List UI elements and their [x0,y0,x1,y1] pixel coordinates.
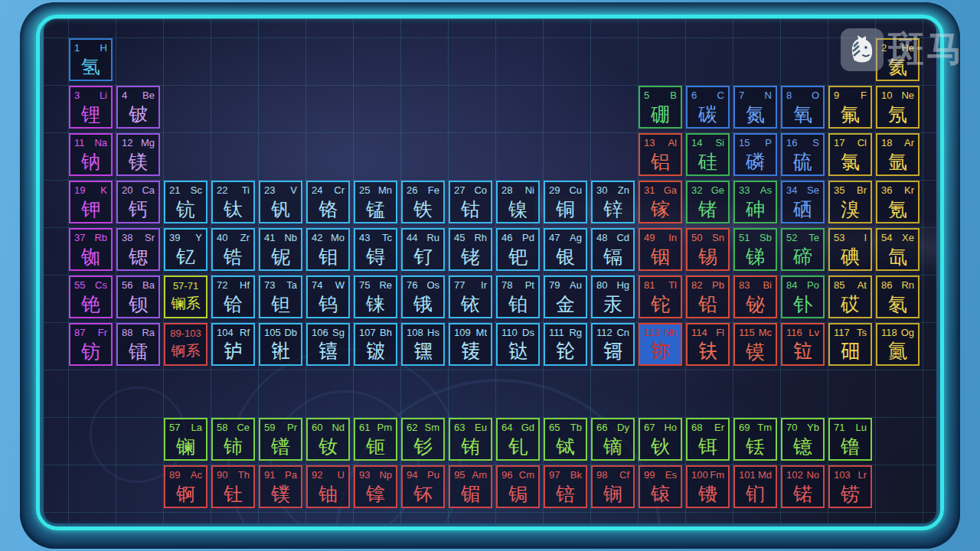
element-cell-V[interactable]: 23V钒 [259,181,302,223]
element-cell-Lv[interactable]: 116Lv𫟷 [781,323,825,366]
element-cell-Pm[interactable]: 61Pm钷 [354,418,397,461]
element-cell-Rb[interactable]: 37Rb铷 [69,228,113,271]
element-cell-Ge[interactable]: 32Ge锗 [686,181,730,223]
element-cell-Ac[interactable]: 89Ac锕 [164,465,207,508]
element-cell-Cf[interactable]: 98Cf锎 [591,465,635,508]
element-cell-Ne[interactable]: 10Ne氖 [876,86,920,129]
element-cell-Ts[interactable]: 117Ts鿬 [828,323,872,366]
element-cell-Nb[interactable]: 41Nb铌 [259,228,302,271]
element-cell-Sc[interactable]: 21Sc钪 [164,181,207,223]
element-cell-Rn[interactable]: 86Rn氡 [876,276,920,318]
element-cell-Rh[interactable]: 45Rh铑 [449,228,492,271]
element-cell-Eu[interactable]: 63Eu铕 [449,418,492,461]
element-cell-Si[interactable]: 14Si硅 [686,133,730,176]
element-cell-Ga[interactable]: 31Ga镓 [639,181,682,223]
element-cell-57-71[interactable]: 57-71镧系 [164,276,207,318]
element-cell-Th[interactable]: 90Th钍 [211,465,255,508]
element-cell-Pb[interactable]: 82Pb铅 [686,276,730,318]
element-cell-Hg[interactable]: 80Hg汞 [591,276,635,318]
element-cell-Mn[interactable]: 25Mn锰 [354,181,397,223]
element-cell-Fe[interactable]: 26Fe铁 [401,181,445,223]
element-cell-Ca[interactable]: 20Ca钙 [116,181,160,223]
element-cell-Fl[interactable]: 114Fl𫓧 [686,323,730,366]
element-cell-Es[interactable]: 99Es锿 [639,465,682,508]
element-cell-Nd[interactable]: 60Nd钕 [306,418,350,461]
element-cell-Cs[interactable]: 55Cs铯 [69,276,113,318]
element-cell-Zr[interactable]: 40Zr锆 [211,228,255,271]
element-cell-Ir[interactable]: 77Ir铱 [449,276,492,318]
element-cell-Sb[interactable]: 51Sb锑 [733,228,777,271]
element-cell-Bk[interactable]: 97Bk锫 [544,465,587,508]
element-cell-Bi[interactable]: 83Bi铋 [733,276,777,318]
element-cell-As[interactable]: 33As砷 [733,181,777,223]
element-cell-At[interactable]: 85At砹 [828,276,872,318]
element-cell-Sr[interactable]: 38Sr锶 [116,228,160,271]
element-cell-Be[interactable]: 4Be铍 [116,86,160,129]
element-cell-Co[interactable]: 27Co钴 [449,181,492,223]
element-cell-Pt[interactable]: 78Pt铂 [496,276,540,318]
element-cell-Sg[interactable]: 106Sg𬭳 [306,323,350,366]
element-cell-No[interactable]: 102No锘 [781,465,825,508]
element-cell-Cm[interactable]: 96Cm锔 [496,465,540,508]
element-cell-In[interactable]: 49In铟 [639,228,682,271]
element-cell-Tc[interactable]: 43Tc锝 [354,228,397,271]
element-cell-O[interactable]: 8O氧 [781,86,825,129]
element-cell-Pu[interactable]: 94Pu钚 [401,465,445,508]
element-cell-S[interactable]: 16S硫 [781,133,825,176]
element-cell-Xe[interactable]: 54Xe氙 [876,228,920,271]
element-cell-Db[interactable]: 105Db𬭊 [259,323,302,366]
element-cell-Cn[interactable]: 112Cn鿔 [591,323,635,366]
element-cell-Cd[interactable]: 48Cd镉 [591,228,635,271]
element-cell-Fm[interactable]: 100Fm镄 [686,465,730,508]
element-cell-Np[interactable]: 93Np镎 [354,465,397,508]
element-cell-Hf[interactable]: 72Hf铪 [211,276,255,318]
element-cell-Ar[interactable]: 18Ar氩 [876,133,920,176]
element-cell-Tb[interactable]: 65Tb铽 [544,418,587,461]
element-cell-Se[interactable]: 34Se硒 [781,181,825,223]
element-cell-Ho[interactable]: 67Ho钬 [639,418,682,461]
element-cell-Pr[interactable]: 59Pr镨 [259,418,302,461]
element-cell-Br[interactable]: 35Br溴 [828,181,872,223]
element-cell-Nh[interactable]: 113Nh鿭 [639,323,682,366]
element-cell-Pd[interactable]: 46Pd钯 [496,228,540,271]
element-cell-Dy[interactable]: 66Dy镝 [591,418,635,461]
element-cell-Pa[interactable]: 91Pa镤 [259,465,302,508]
element-cell-Ta[interactable]: 73Ta钽 [259,276,302,318]
element-cell-K[interactable]: 19K钾 [69,181,113,223]
element-cell-Md[interactable]: 101Md钔 [733,465,777,508]
element-cell-U[interactable]: 92U铀 [306,465,350,508]
element-cell-Mc[interactable]: 115Mc镆 [733,323,777,366]
element-cell-B[interactable]: 5B硼 [639,86,682,129]
element-cell-I[interactable]: 53I碘 [828,228,872,271]
element-cell-Cl[interactable]: 17Cl氯 [828,133,872,176]
element-cell-Ru[interactable]: 44Ru钌 [401,228,445,271]
element-cell-Ra[interactable]: 88Ra镭 [116,323,160,366]
element-cell-Li[interactable]: 3Li锂 [69,86,113,129]
element-cell-Fr[interactable]: 87Fr钫 [69,323,113,366]
element-cell-Ba[interactable]: 56Ba钡 [116,276,160,318]
element-cell-N[interactable]: 7N氮 [733,86,777,129]
element-cell-Cr[interactable]: 24Cr铬 [306,181,350,223]
element-cell-Os[interactable]: 76Os锇 [401,276,445,318]
element-cell-Zn[interactable]: 30Zn锌 [591,181,635,223]
element-cell-Gd[interactable]: 64Gd钆 [496,418,540,461]
element-cell-Mt[interactable]: 109Mt鿏 [449,323,492,366]
element-cell-Ag[interactable]: 47Ag银 [544,228,587,271]
element-cell-Ds[interactable]: 110Ds𫟼 [496,323,540,366]
element-cell-C[interactable]: 6C碳 [686,86,730,129]
element-cell-Y[interactable]: 39Y钇 [164,228,207,271]
element-cell-Er[interactable]: 68Er铒 [686,418,730,461]
element-cell-Bh[interactable]: 107Bh𬭛 [354,323,397,366]
element-cell-Ce[interactable]: 58Ce铈 [211,418,255,461]
element-cell-Tl[interactable]: 81Tl铊 [639,276,682,318]
element-cell-Hs[interactable]: 108Hs𬭶 [401,323,445,366]
element-cell-Ti[interactable]: 22Ti钛 [211,181,255,223]
element-cell-Al[interactable]: 13Al铝 [639,133,682,176]
element-cell-Mg[interactable]: 12Mg镁 [116,133,160,176]
element-cell-Am[interactable]: 95Am镅 [449,465,492,508]
element-cell-Rf[interactable]: 104Rf𬬻 [211,323,255,366]
element-cell-Sn[interactable]: 50Sn锡 [686,228,730,271]
element-cell-Rg[interactable]: 111Rg𬬭 [544,323,587,366]
element-cell-H[interactable]: 1H氢 [69,38,113,81]
element-cell-W[interactable]: 74W钨 [306,276,350,318]
